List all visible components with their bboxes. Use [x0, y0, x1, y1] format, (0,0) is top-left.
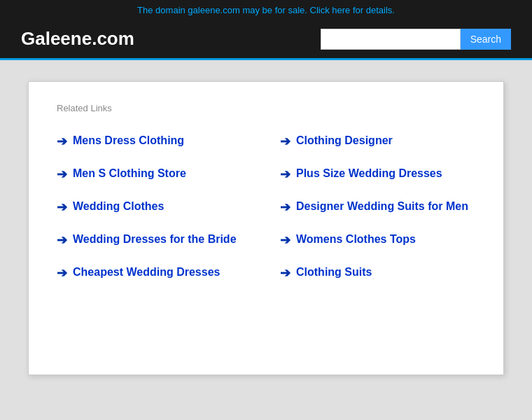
header: Galeene.com Search: [0, 20, 532, 60]
search-form: Search: [321, 29, 511, 50]
top-bar-message: The domain galeene.com may be for sale. …: [137, 5, 395, 15]
list-item: ➔ Cheapest Wedding Dresses: [57, 256, 252, 289]
top-notification-bar[interactable]: The domain galeene.com may be for sale. …: [0, 0, 532, 20]
links-grid: ➔ Mens Dress Clothing ➔ Men S Clothing S…: [57, 125, 475, 289]
content-box: Related Links ➔ Mens Dress Clothing ➔ Me…: [28, 81, 504, 375]
list-item: ➔ Designer Wedding Suits for Men: [280, 190, 475, 223]
arrow-icon: ➔: [280, 232, 290, 248]
arrow-icon: ➔: [280, 167, 290, 182]
link-plus-size-wedding-dresses[interactable]: Plus Size Wedding Dresses: [296, 166, 442, 181]
arrow-icon: ➔: [57, 134, 67, 149]
arrow-icon: ➔: [57, 232, 67, 248]
list-item: ➔ Wedding Dresses for the Bride: [57, 223, 252, 256]
list-item: ➔ Clothing Designer: [280, 125, 475, 158]
list-item: ➔ Womens Clothes Tops: [280, 223, 475, 256]
related-links-label: Related Links: [57, 103, 475, 113]
link-designer-wedding-suits[interactable]: Designer Wedding Suits for Men: [296, 199, 468, 214]
arrow-icon: ➔: [57, 265, 67, 281]
list-item: ➔ Plus Size Wedding Dresses: [280, 158, 475, 190]
link-clothing-designer[interactable]: Clothing Designer: [296, 133, 393, 148]
arrow-icon: ➔: [57, 200, 67, 215]
site-logo: Galeene.com: [21, 28, 134, 50]
arrow-icon: ➔: [280, 200, 290, 215]
search-input[interactable]: [321, 29, 461, 50]
list-item: ➔ Men S Clothing Store: [57, 158, 252, 190]
list-item: ➔ Mens Dress Clothing: [57, 125, 252, 158]
search-button[interactable]: Search: [461, 29, 511, 50]
link-womens-clothes-tops[interactable]: Womens Clothes Tops: [296, 232, 416, 247]
main-wrapper: Related Links ➔ Mens Dress Clothing ➔ Me…: [0, 60, 532, 396]
link-wedding-clothes[interactable]: Wedding Clothes: [73, 199, 164, 214]
links-column-2: ➔ Clothing Designer ➔ Plus Size Wedding …: [280, 125, 475, 289]
arrow-icon: ➔: [280, 134, 290, 149]
link-mens-dress-clothing[interactable]: Mens Dress Clothing: [73, 133, 184, 148]
arrow-icon: ➔: [57, 167, 67, 182]
link-clothing-suits[interactable]: Clothing Suits: [296, 265, 372, 280]
list-item: ➔ Wedding Clothes: [57, 190, 252, 223]
list-item: ➔ Clothing Suits: [280, 256, 475, 289]
link-wedding-dresses-bride[interactable]: Wedding Dresses for the Bride: [73, 232, 237, 247]
links-column-1: ➔ Mens Dress Clothing ➔ Men S Clothing S…: [57, 125, 252, 289]
link-cheapest-wedding-dresses[interactable]: Cheapest Wedding Dresses: [73, 265, 220, 280]
link-men-s-clothing-store[interactable]: Men S Clothing Store: [73, 166, 186, 181]
arrow-icon: ➔: [280, 265, 290, 281]
